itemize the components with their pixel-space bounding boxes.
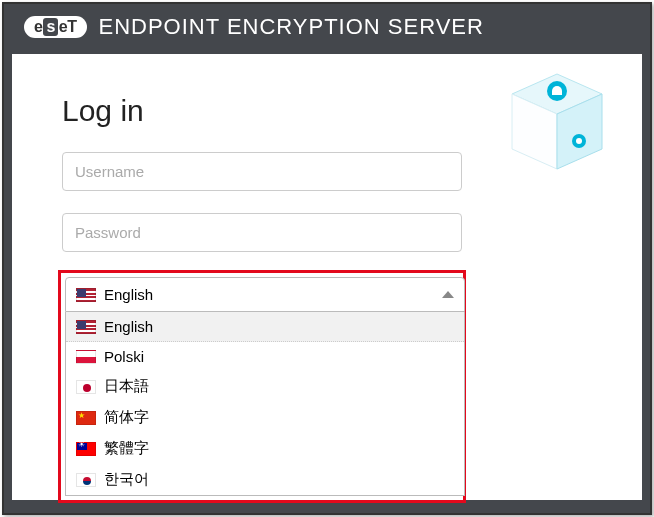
- flag-icon-us: [76, 288, 96, 302]
- language-dropdown-list: English Polski 日本語 简体字 繁體字: [65, 312, 465, 496]
- brand-letter: e: [34, 18, 42, 36]
- flag-icon-kr: [76, 473, 96, 487]
- language-option-traditional-chinese[interactable]: 繁體字: [66, 433, 464, 464]
- language-option-label: 日本語: [104, 377, 149, 396]
- language-option-label: 한국어: [104, 470, 149, 489]
- brand-letter: s: [43, 18, 57, 36]
- brand-letter: e: [59, 18, 67, 36]
- flag-icon-pl: [76, 350, 96, 364]
- language-option-label: 繁體字: [104, 439, 149, 458]
- app-window: eseT ENDPOINT ENCRYPTION SERVER Log in: [2, 2, 652, 515]
- language-select-label: English: [104, 286, 153, 303]
- password-field-wrap: [62, 213, 462, 252]
- language-option-japanese[interactable]: 日本語: [66, 371, 464, 402]
- flag-icon-cn: [76, 411, 96, 425]
- brand-logo: eseT: [24, 16, 87, 38]
- password-input[interactable]: [62, 213, 462, 252]
- header: eseT ENDPOINT ENCRYPTION SERVER: [4, 4, 650, 50]
- brand-letter: T: [67, 18, 76, 36]
- flag-icon-jp: [76, 380, 96, 394]
- language-selector-highlight: English English Polski 日本語: [58, 270, 466, 503]
- language-option-english[interactable]: English: [66, 312, 464, 342]
- language-option-polski[interactable]: Polski: [66, 342, 464, 371]
- language-option-label: 简体字: [104, 408, 149, 427]
- product-cube-icon: [502, 69, 612, 179]
- flag-icon-us: [76, 320, 96, 334]
- language-option-label: Polski: [104, 348, 144, 365]
- header-title: ENDPOINT ENCRYPTION SERVER: [99, 14, 484, 40]
- svg-point-5: [576, 138, 582, 144]
- language-select[interactable]: English: [65, 277, 465, 312]
- username-field-wrap: [62, 152, 462, 191]
- language-option-label: English: [104, 318, 153, 335]
- language-option-simplified-chinese[interactable]: 简体字: [66, 402, 464, 433]
- content-panel: Log in English English: [12, 54, 642, 500]
- flag-icon-tw: [76, 442, 96, 456]
- language-option-korean[interactable]: 한국어: [66, 464, 464, 495]
- chevron-up-icon: [442, 291, 454, 298]
- username-input[interactable]: [62, 152, 462, 191]
